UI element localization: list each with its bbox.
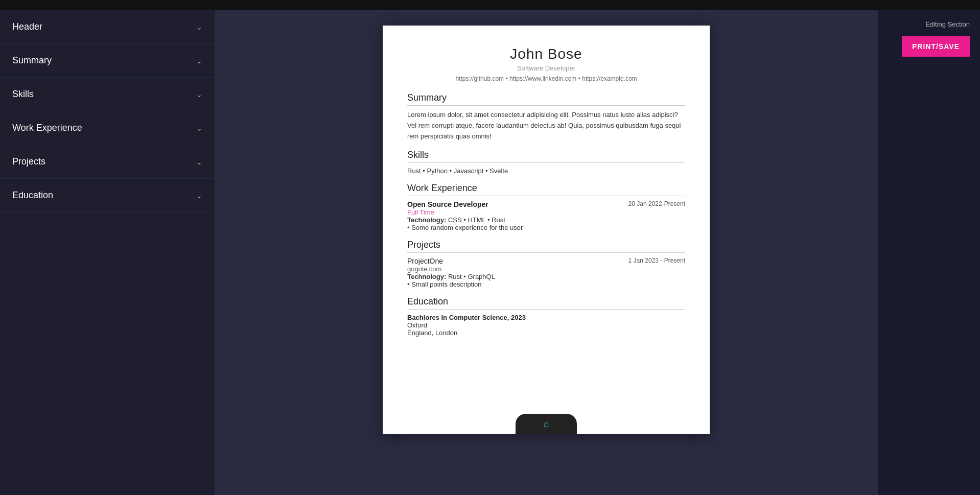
project-item: ProjectOne 1 Jan 2023 - Present gogole.c…: [407, 257, 685, 288]
edu-school: Oxford: [407, 321, 685, 329]
sidebar-item-header[interactable]: Header ⌄: [0, 10, 215, 44]
skills-text: Rust • Python • Javascript • Svelte: [407, 167, 685, 175]
sidebar-item-summary[interactable]: Summary ⌄: [0, 44, 215, 78]
work-tech-value: CSS • HTML • Rust: [448, 216, 505, 224]
sidebar-item-label: Education: [12, 190, 53, 201]
sidebar-item-label: Projects: [12, 156, 45, 167]
work-tech: Technology: CSS • HTML • Rust: [407, 216, 685, 224]
work-date: 20 Jan 2022-Present: [628, 200, 685, 207]
home-bar[interactable]: ⌂: [516, 414, 577, 434]
project-tech: Technology: Rust • GraphQL: [407, 273, 685, 280]
chevron-down-icon: ⌄: [196, 124, 202, 132]
edu-item: Bachlores In Computer Science, 2023 Oxfo…: [407, 314, 685, 337]
sidebar-item-education[interactable]: Education ⌄: [0, 179, 215, 213]
project-url: gogole.com: [407, 265, 685, 273]
chevron-down-icon: ⌄: [196, 158, 202, 166]
projects-section-title: Projects: [407, 240, 685, 253]
resume-links: https://github.com • https://www.linkedi…: [407, 75, 685, 82]
work-item: Open Source Developer 20 Jan 2022-Presen…: [407, 200, 685, 231]
resume-paper: John Bose Software Developer https://git…: [383, 26, 710, 434]
editing-section-label: Editing Section: [925, 20, 970, 28]
sidebar-item-label: Header: [12, 21, 42, 32]
chevron-down-icon: ⌄: [196, 192, 202, 200]
resume-title: Software Developer: [407, 64, 685, 72]
main-area: John Bose Software Developer https://git…: [215, 10, 878, 495]
work-header: Open Source Developer 20 Jan 2022-Presen…: [407, 200, 685, 208]
edu-location: England, London: [407, 329, 685, 337]
project-tech-label: Technology:: [407, 273, 446, 280]
work-experience-section-title: Work Experience: [407, 183, 685, 196]
edu-degree: Bachlores In Computer Science, 2023: [407, 314, 685, 321]
project-name: ProjectOne: [407, 257, 443, 265]
sidebar-item-work-experience[interactable]: Work Experience ⌄: [0, 111, 215, 145]
chevron-down-icon: ⌄: [196, 23, 202, 31]
chevron-down-icon: ⌄: [196, 90, 202, 99]
project-date: 1 Jan 2023 - Present: [628, 257, 685, 264]
project-header: ProjectOne 1 Jan 2023 - Present: [407, 257, 685, 265]
chevron-down-icon: ⌄: [196, 57, 202, 65]
project-desc: • Small points description: [407, 280, 685, 288]
work-tech-label: Technology:: [407, 216, 446, 224]
sidebar-item-label: Skills: [12, 89, 34, 100]
summary-text: Lorem ipsum dolor, sit amet consectetur …: [407, 110, 685, 142]
sidebar-item-label: Summary: [12, 55, 52, 66]
print-save-button[interactable]: PRINT/SAVE: [902, 36, 970, 57]
skills-section-title: Skills: [407, 150, 685, 163]
top-bar: [0, 0, 980, 10]
work-type: Full Time: [407, 208, 685, 216]
work-desc: • Some random experience for the user: [407, 224, 685, 231]
sidebar: Header ⌄ Summary ⌄ Skills ⌄ Work Experie…: [0, 10, 215, 495]
education-section-title: Education: [407, 296, 685, 310]
summary-section-title: Summary: [407, 92, 685, 106]
resume-name: John Bose: [407, 46, 685, 62]
home-icon: ⌂: [544, 419, 549, 430]
sidebar-item-label: Work Experience: [12, 123, 82, 133]
project-tech-value: Rust • GraphQL: [448, 273, 495, 280]
right-panel: Editing Section PRINT/SAVE: [878, 10, 980, 495]
sidebar-item-projects[interactable]: Projects ⌄: [0, 145, 215, 179]
work-title: Open Source Developer: [407, 200, 488, 208]
sidebar-item-skills[interactable]: Skills ⌄: [0, 78, 215, 111]
